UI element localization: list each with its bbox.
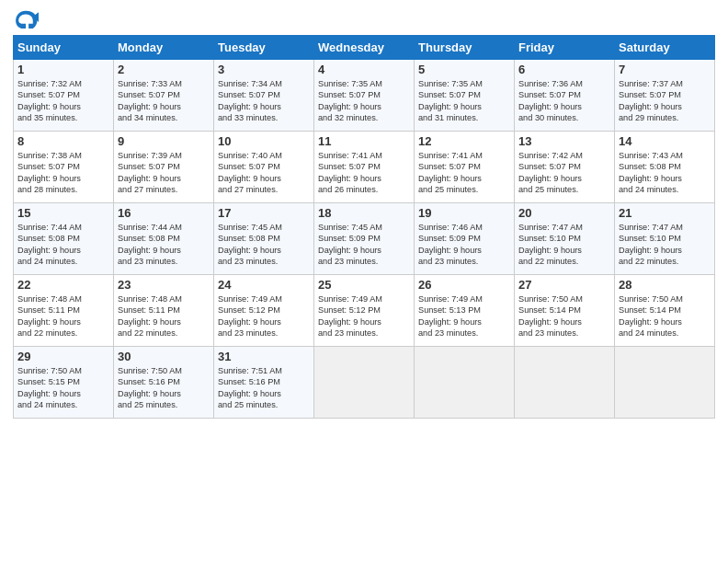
calendar-cell: 22Sunrise: 7:48 AMSunset: 5:11 PMDayligh…: [14, 275, 114, 347]
header: [13, 9, 715, 29]
calendar-cell: 5Sunrise: 7:35 AMSunset: 5:07 PMDaylight…: [415, 60, 515, 132]
calendar-cell: 27Sunrise: 7:50 AMSunset: 5:14 PMDayligh…: [515, 275, 615, 347]
cell-info: Sunrise: 7:51 AMSunset: 5:16 PMDaylight:…: [218, 365, 310, 411]
calendar-cell: 2Sunrise: 7:33 AMSunset: 5:07 PMDaylight…: [114, 60, 214, 132]
calendar-cell: 13Sunrise: 7:42 AMSunset: 5:07 PMDayligh…: [515, 132, 615, 203]
day-number: 25: [318, 278, 410, 292]
calendar-cell: 6Sunrise: 7:36 AMSunset: 5:07 PMDaylight…: [515, 60, 615, 132]
calendar-cell: 10Sunrise: 7:40 AMSunset: 5:07 PMDayligh…: [214, 132, 314, 203]
day-number: 27: [518, 278, 610, 292]
calendar-cell: 24Sunrise: 7:49 AMSunset: 5:12 PMDayligh…: [214, 275, 314, 347]
calendar-cell: 16Sunrise: 7:44 AMSunset: 5:08 PMDayligh…: [114, 203, 214, 275]
day-number: 26: [418, 278, 510, 292]
cell-info: Sunrise: 7:41 AMSunset: 5:07 PMDaylight:…: [318, 150, 410, 196]
day-number: 8: [17, 134, 109, 148]
calendar-cell: 7Sunrise: 7:37 AMSunset: 5:07 PMDaylight…: [615, 60, 715, 132]
calendar-cell: 21Sunrise: 7:47 AMSunset: 5:10 PMDayligh…: [615, 203, 715, 275]
cell-info: Sunrise: 7:50 AMSunset: 5:14 PMDaylight:…: [619, 293, 711, 339]
day-number: 31: [218, 350, 310, 363]
day-number: 1: [17, 63, 109, 76]
weekday-header: Tuesday: [214, 36, 314, 60]
cell-info: Sunrise: 7:43 AMSunset: 5:08 PMDaylight:…: [619, 150, 711, 196]
cell-info: Sunrise: 7:37 AMSunset: 5:07 PMDaylight:…: [619, 78, 711, 124]
day-number: 20: [518, 206, 610, 220]
day-number: 12: [418, 134, 510, 148]
calendar-cell: 18Sunrise: 7:45 AMSunset: 5:09 PMDayligh…: [314, 203, 415, 275]
day-number: 7: [619, 63, 711, 76]
weekday-header: Thursday: [415, 36, 515, 60]
calendar-cell: 1Sunrise: 7:32 AMSunset: 5:07 PMDaylight…: [14, 60, 114, 132]
cell-info: Sunrise: 7:50 AMSunset: 5:16 PMDaylight:…: [118, 365, 210, 411]
cell-info: Sunrise: 7:46 AMSunset: 5:09 PMDaylight:…: [418, 222, 510, 268]
calendar-cell: 30Sunrise: 7:50 AMSunset: 5:16 PMDayligh…: [114, 347, 214, 419]
cell-info: Sunrise: 7:34 AMSunset: 5:07 PMDaylight:…: [218, 78, 310, 124]
calendar-cell: 26Sunrise: 7:49 AMSunset: 5:13 PMDayligh…: [415, 275, 515, 347]
calendar-table: SundayMondayTuesdayWednesdayThursdayFrid…: [13, 35, 715, 419]
calendar-cell: 15Sunrise: 7:44 AMSunset: 5:08 PMDayligh…: [14, 203, 114, 275]
calendar-cell: 25Sunrise: 7:49 AMSunset: 5:12 PMDayligh…: [314, 275, 415, 347]
cell-info: Sunrise: 7:44 AMSunset: 5:08 PMDaylight:…: [17, 222, 109, 268]
calendar-cell: 31Sunrise: 7:51 AMSunset: 5:16 PMDayligh…: [214, 347, 314, 419]
cell-info: Sunrise: 7:45 AMSunset: 5:09 PMDaylight:…: [318, 222, 410, 268]
calendar-cell: 11Sunrise: 7:41 AMSunset: 5:07 PMDayligh…: [314, 132, 415, 203]
day-number: 17: [218, 206, 310, 220]
day-number: 23: [118, 278, 210, 292]
day-number: 13: [518, 134, 610, 148]
calendar-cell: [615, 347, 715, 419]
weekday-header: Monday: [114, 36, 214, 60]
day-number: 9: [118, 134, 210, 148]
calendar-cell: 14Sunrise: 7:43 AMSunset: 5:08 PMDayligh…: [615, 132, 715, 203]
weekday-header: Saturday: [615, 36, 715, 60]
cell-info: Sunrise: 7:47 AMSunset: 5:10 PMDaylight:…: [619, 222, 711, 268]
cell-info: Sunrise: 7:48 AMSunset: 5:11 PMDaylight:…: [118, 293, 210, 339]
day-number: 4: [318, 63, 410, 76]
calendar-cell: 17Sunrise: 7:45 AMSunset: 5:08 PMDayligh…: [214, 203, 314, 275]
cell-info: Sunrise: 7:40 AMSunset: 5:07 PMDaylight:…: [218, 150, 310, 196]
calendar-header: SundayMondayTuesdayWednesdayThursdayFrid…: [14, 36, 715, 60]
day-number: 18: [318, 206, 410, 220]
cell-info: Sunrise: 7:48 AMSunset: 5:11 PMDaylight:…: [17, 293, 109, 339]
day-number: 24: [218, 278, 310, 292]
weekday-header: Friday: [515, 36, 615, 60]
day-number: 29: [17, 350, 109, 363]
weekday-header: Wednesday: [314, 36, 415, 60]
cell-info: Sunrise: 7:50 AMSunset: 5:15 PMDaylight:…: [17, 365, 109, 411]
calendar-cell: 19Sunrise: 7:46 AMSunset: 5:09 PMDayligh…: [415, 203, 515, 275]
calendar-cell: 29Sunrise: 7:50 AMSunset: 5:15 PMDayligh…: [14, 347, 114, 419]
calendar-cell: 9Sunrise: 7:39 AMSunset: 5:07 PMDaylight…: [114, 132, 214, 203]
cell-info: Sunrise: 7:32 AMSunset: 5:07 PMDaylight:…: [17, 78, 109, 124]
day-number: 2: [118, 63, 210, 76]
cell-info: Sunrise: 7:44 AMSunset: 5:08 PMDaylight:…: [118, 222, 210, 268]
day-number: 14: [619, 134, 711, 148]
page-container: SundayMondayTuesdayWednesdayThursdayFrid…: [0, 0, 728, 428]
calendar-cell: 8Sunrise: 7:38 AMSunset: 5:07 PMDaylight…: [14, 132, 114, 203]
cell-info: Sunrise: 7:42 AMSunset: 5:07 PMDaylight:…: [518, 150, 610, 196]
logo-icon: [13, 9, 39, 29]
cell-info: Sunrise: 7:45 AMSunset: 5:08 PMDaylight:…: [218, 222, 310, 268]
cell-info: Sunrise: 7:49 AMSunset: 5:12 PMDaylight:…: [218, 293, 310, 339]
calendar-cell: 4Sunrise: 7:35 AMSunset: 5:07 PMDaylight…: [314, 60, 415, 132]
calendar-cell: [314, 347, 415, 419]
cell-info: Sunrise: 7:33 AMSunset: 5:07 PMDaylight:…: [118, 78, 210, 124]
day-number: 21: [619, 206, 711, 220]
calendar-cell: 20Sunrise: 7:47 AMSunset: 5:10 PMDayligh…: [515, 203, 615, 275]
cell-info: Sunrise: 7:35 AMSunset: 5:07 PMDaylight:…: [318, 78, 410, 124]
calendar-cell: 3Sunrise: 7:34 AMSunset: 5:07 PMDaylight…: [214, 60, 314, 132]
cell-info: Sunrise: 7:47 AMSunset: 5:10 PMDaylight:…: [518, 222, 610, 268]
calendar-cell: [515, 347, 615, 419]
day-number: 6: [518, 63, 610, 76]
cell-info: Sunrise: 7:36 AMSunset: 5:07 PMDaylight:…: [518, 78, 610, 124]
day-number: 19: [418, 206, 510, 220]
day-number: 30: [118, 350, 210, 363]
day-number: 5: [418, 63, 510, 76]
calendar-cell: 23Sunrise: 7:48 AMSunset: 5:11 PMDayligh…: [114, 275, 214, 347]
day-number: 15: [17, 206, 109, 220]
cell-info: Sunrise: 7:39 AMSunset: 5:07 PMDaylight:…: [118, 150, 210, 196]
cell-info: Sunrise: 7:35 AMSunset: 5:07 PMDaylight:…: [418, 78, 510, 124]
cell-info: Sunrise: 7:50 AMSunset: 5:14 PMDaylight:…: [518, 293, 610, 339]
cell-info: Sunrise: 7:49 AMSunset: 5:13 PMDaylight:…: [418, 293, 510, 339]
logo: [13, 9, 42, 29]
day-number: 3: [218, 63, 310, 76]
calendar-cell: [415, 347, 515, 419]
cell-info: Sunrise: 7:38 AMSunset: 5:07 PMDaylight:…: [17, 150, 109, 196]
